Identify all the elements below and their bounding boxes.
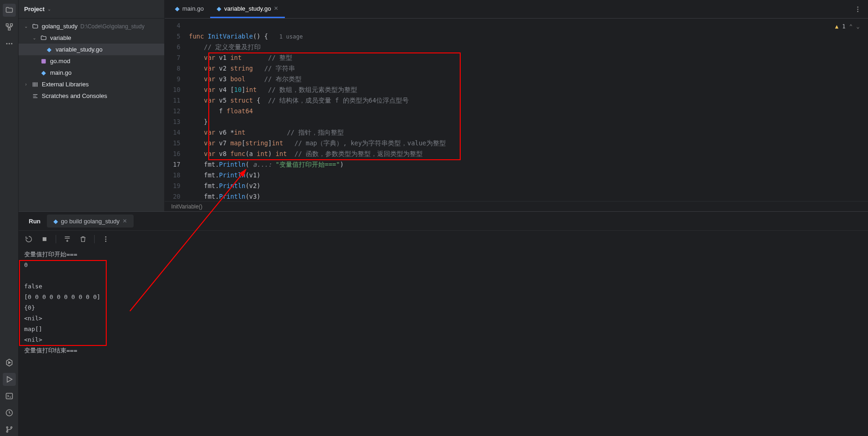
services-tool-button[interactable]	[3, 356, 16, 369]
run-config-tab[interactable]: ◆ go build golang_study ✕	[47, 215, 134, 228]
rerun-icon	[25, 235, 32, 243]
svg-point-3	[6, 43, 7, 45]
structure-icon	[5, 23, 13, 31]
scratches-icon	[32, 92, 39, 100]
svg-rect-11	[41, 59, 45, 63]
code-editor[interactable]: ▲ 1 ⌃ ⌄ 4 5 6 7 8 9 10 11 12 13 14 15 16…	[165, 19, 868, 201]
left-tool-rail	[0, 0, 19, 436]
svg-point-13	[857, 8, 859, 10]
run-kebab-button[interactable]	[101, 234, 110, 244]
folder-variable-row[interactable]: ⌄ variable	[19, 32, 164, 44]
external-libraries-label: External Libraries	[42, 81, 89, 88]
editor-tabs: ◆ main.go ◆ variable_study.go ✕	[165, 0, 868, 19]
more-tool-button[interactable]	[3, 37, 16, 50]
progress-circle-icon	[5, 409, 13, 417]
project-panel-header[interactable]: Project ⌄	[19, 0, 164, 19]
structure-tool-button[interactable]	[3, 20, 16, 33]
file-main-label: main.go	[50, 69, 71, 76]
scratches-label: Scratches and Consoles	[42, 92, 107, 99]
chevron-down-icon: ⌄	[32, 35, 37, 40]
svg-rect-15	[43, 237, 46, 241]
chevron-up-icon[interactable]: ⌃	[849, 21, 853, 32]
scratches-row[interactable]: Scratches and Consoles	[19, 90, 164, 102]
close-icon[interactable]: ✕	[122, 218, 127, 224]
file-gomod-row[interactable]: go.mod	[19, 55, 164, 67]
run-config-label: go build golang_study	[61, 218, 120, 225]
folder-icon	[5, 6, 13, 14]
svg-point-12	[857, 7, 859, 8]
code-content[interactable]: func InitVariable() { 1 usage // 定义变量及打印…	[189, 19, 868, 201]
project-root-row[interactable]: ⌄ golang_study D:\Code\Go\golang_study	[19, 20, 164, 32]
run-tab[interactable]: Run	[22, 212, 47, 230]
tab-main-go[interactable]: ◆ main.go	[168, 0, 210, 18]
go-file-icon: ◆	[40, 69, 47, 77]
stop-icon	[41, 236, 48, 242]
file-variable-study-row[interactable]: ◆ variable_study.go	[19, 44, 164, 55]
project-tree: ⌄ golang_study D:\Code\Go\golang_study ⌄…	[19, 19, 164, 211]
file-gomod-label: go.mod	[50, 58, 70, 65]
chevron-down-icon: ⌄	[23, 24, 29, 29]
svg-rect-1	[10, 24, 13, 26]
more-vertical-icon	[854, 6, 862, 13]
library-icon	[32, 81, 39, 88]
tab-variable-study-label: variable_study.go	[224, 5, 271, 12]
trash-icon	[79, 235, 87, 243]
scroll-end-button[interactable]	[63, 234, 72, 244]
line-gutter: 4 5 6 7 8 9 10 11 12 13 14 15 16 17 18 1…	[165, 19, 189, 201]
chevron-down-icon: ⌄	[47, 7, 51, 12]
external-libraries-row[interactable]: › External Libraries	[19, 78, 164, 90]
file-main-row[interactable]: ◆ main.go	[19, 67, 164, 78]
terminal-tool-button[interactable]	[3, 390, 16, 403]
go-file-icon: ◆	[53, 218, 58, 225]
gomod-file-icon	[40, 58, 47, 65]
chevron-right-icon: ›	[23, 82, 29, 87]
breadcrumb-text: InitVariable()	[171, 203, 202, 210]
chevron-down-icon[interactable]: ⌄	[856, 21, 860, 32]
go-file-icon: ◆	[217, 5, 221, 12]
warning-count: 1	[842, 21, 845, 32]
run-tool-button[interactable]	[3, 373, 16, 386]
folder-variable-label: variable	[50, 34, 71, 41]
tab-kebab-button[interactable]	[848, 0, 868, 18]
run-toolbar	[19, 230, 868, 247]
clear-button[interactable]	[78, 234, 88, 244]
editor-area: ◆ main.go ◆ variable_study.go ✕ ▲ 1 ⌃ ⌄ …	[165, 0, 868, 211]
tab-main-label: main.go	[182, 5, 204, 12]
svg-rect-2	[8, 28, 10, 30]
run-output[interactable]: 变量值打印开始=== 0 false [0 0 0 0 0 0 0 0 0 0]…	[19, 247, 868, 436]
file-variable-study-label: variable_study.go	[56, 46, 103, 53]
folder-icon	[40, 34, 47, 42]
git-tool-button[interactable]	[3, 423, 16, 436]
close-icon[interactable]: ✕	[274, 5, 278, 12]
scroll-down-icon	[64, 235, 71, 243]
svg-point-16	[105, 236, 107, 238]
rerun-button[interactable]	[24, 234, 33, 244]
problems-tool-button[interactable]	[3, 406, 16, 419]
svg-point-8	[6, 427, 8, 428]
tab-variable-study-go[interactable]: ◆ variable_study.go ✕	[210, 0, 285, 18]
svg-rect-6	[6, 393, 13, 399]
go-file-icon: ◆	[175, 5, 180, 12]
svg-point-14	[857, 11, 859, 12]
breadcrumb[interactable]: InitVariable()	[165, 201, 868, 211]
stop-button[interactable]	[40, 234, 49, 244]
project-root-label: golang_study	[42, 23, 77, 30]
svg-point-18	[105, 241, 107, 242]
git-branch-icon	[5, 425, 13, 434]
svg-rect-0	[6, 24, 8, 26]
warning-icon: ▲	[835, 21, 838, 32]
terminal-icon	[5, 392, 13, 400]
project-panel: Project ⌄ ⌄ golang_study D:\Code\Go\gola…	[19, 0, 165, 211]
run-panel: Run ◆ go build golang_study ✕	[19, 211, 868, 436]
svg-point-9	[6, 431, 8, 432]
hexagon-play-icon	[5, 358, 13, 367]
play-icon	[5, 375, 13, 384]
project-tool-button[interactable]	[3, 4, 16, 17]
project-panel-title: Project	[24, 6, 45, 13]
svg-point-5	[11, 43, 12, 45]
more-horizontal-icon	[5, 39, 13, 48]
svg-point-17	[105, 238, 107, 240]
svg-point-4	[8, 43, 10, 45]
folder-icon	[32, 23, 39, 30]
inspection-bar[interactable]: ▲ 1 ⌃ ⌄	[835, 21, 860, 32]
